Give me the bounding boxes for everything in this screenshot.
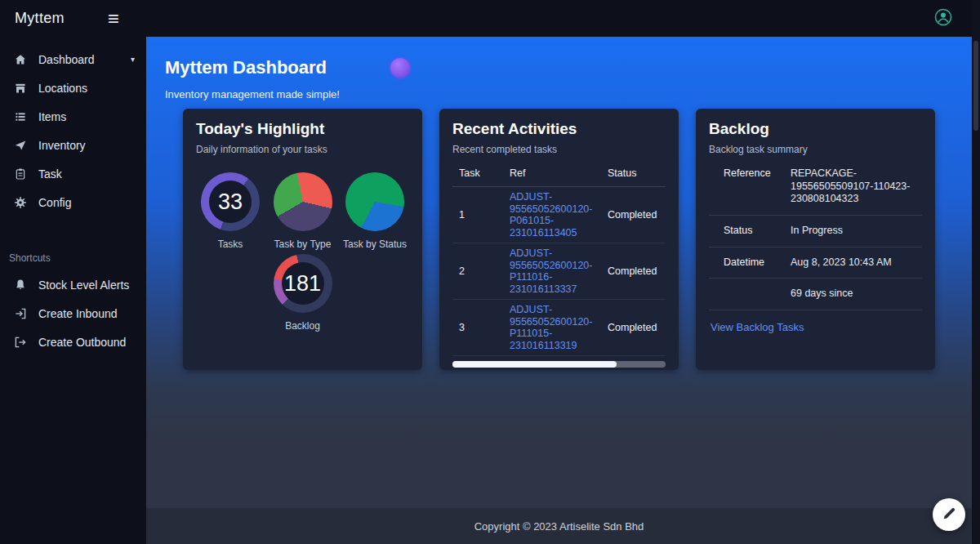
tasks-chart-box: 33 Tasks (196, 172, 265, 250)
backlog-row-label: Datetime (724, 256, 791, 270)
page-title: Myttem Dashboard (165, 57, 327, 78)
recent-activities-table: Task Ref Status 1 ADJUST-95565052600120-… (452, 163, 666, 356)
account-button[interactable] (934, 8, 952, 29)
sidebar-item-locations[interactable]: Locations (0, 74, 146, 102)
task-cell: 1 (452, 187, 503, 243)
view-backlog-tasks-link[interactable]: View Backlog Tasks (710, 321, 804, 333)
status-cell: Completed (601, 243, 666, 300)
ref-link[interactable]: ADJUST-95565052600120-P111016-2310161133… (510, 247, 593, 295)
charts-row-2: 181 Backlog (196, 254, 409, 332)
shortcuts-section-label: Shortcuts (0, 216, 146, 270)
sidebar-item-label: Create Inbound (38, 307, 118, 320)
sidebar-item-label: Stock Level Alerts (38, 279, 129, 292)
tasks-chart-label: Tasks (196, 239, 265, 250)
sidebar-item-create-inbound[interactable]: Create Inbound (0, 299, 146, 328)
card-title: Backlog (709, 120, 922, 138)
column-header-ref: Ref (503, 163, 601, 187)
edit-fab-button[interactable] (933, 498, 965, 531)
tasks-donut-chart: 33 (201, 172, 260, 231)
recent-activities-card: Recent Activities Recent completed tasks… (439, 109, 679, 370)
page-header: Myttem Dashboard Inventory management ma… (146, 37, 972, 100)
sidebar-item-task[interactable]: Task (0, 159, 146, 188)
user-account-icon (934, 8, 952, 29)
horizontal-scrollbar-thumb[interactable] (452, 361, 617, 368)
gear-icon (13, 196, 28, 209)
sidebar-item-create-outbound[interactable]: Create Outbound (0, 328, 146, 356)
backlog-row-label: Reference (724, 167, 791, 206)
backlog-row-label: Status (724, 225, 791, 238)
status-cell: Completed (601, 187, 666, 243)
backlog-row-value: 69 days since (791, 288, 922, 301)
card-title: Recent Activities (452, 120, 666, 138)
backlog-summary-list: Reference REPACKAGE-19556505509107-11042… (709, 158, 922, 310)
table-row: 3 ADJUST-95565052600120-P111015-23101611… (452, 300, 666, 356)
sidebar: Dashboard ▾ Locations Items Inventory Ta… (0, 37, 146, 544)
footer: Copyright © 2023 Artiselite Sdn Bhd (146, 508, 972, 544)
hamburger-menu-icon[interactable]: ≡ (100, 9, 127, 29)
sidebar-item-label: Items (38, 110, 66, 123)
main-content: Myttem Dashboard Inventory management ma… (146, 37, 972, 508)
backlog-row-label (724, 288, 791, 301)
sidebar-item-config[interactable]: Config (0, 188, 146, 216)
horizontal-scrollbar[interactable] (452, 361, 666, 368)
list-icon (13, 110, 28, 123)
home-icon (13, 53, 28, 66)
table-row: 2 ADJUST-95565052600120-P111016-23101611… (452, 243, 666, 300)
ref-link[interactable]: ADJUST-95565052600120-P061015-2310161134… (510, 191, 593, 239)
send-icon (13, 139, 28, 152)
pencil-icon (942, 506, 956, 524)
app-window: Myttem ≡ Dashboard ▾ Locations Items Inv… (0, 0, 980, 544)
backlog-count: 181 (274, 254, 332, 313)
topbar: Myttem ≡ (0, 0, 980, 37)
ref-link[interactable]: ADJUST-95565052600120-P111015-2310161133… (510, 304, 593, 351)
sidebar-item-inventory[interactable]: Inventory (0, 131, 146, 159)
backlog-donut-chart: 181 (274, 254, 332, 313)
sidebar-item-stock-level-alerts[interactable]: Stock Level Alerts (0, 270, 146, 299)
bell-icon (13, 279, 28, 292)
backlog-chart-label: Backlog (269, 320, 337, 332)
column-header-task: Task (452, 163, 503, 187)
backlog-chart-box: 181 Backlog (269, 254, 337, 332)
card-subtitle: Recent completed tasks (452, 144, 666, 155)
backlog-card: Backlog Backlog task summary Reference R… (696, 109, 935, 370)
vertical-scrollbar[interactable] (972, 0, 980, 544)
backlog-row-value: REPACKAGE-19556505509107-110423-23080810… (791, 167, 922, 206)
table-header-row: Task Ref Status (452, 163, 666, 187)
backlog-row: Datetime Aug 8, 2023 10:43 AM (709, 247, 922, 279)
todays-highlight-card: Today's Highlight Daily information of y… (183, 109, 422, 370)
backlog-row: 69 days since (709, 279, 922, 310)
chevron-down-icon: ▾ (131, 55, 135, 64)
task-cell: 2 (452, 243, 503, 300)
status-cell: Completed (601, 300, 666, 356)
clipboard-icon (13, 167, 28, 181)
backlog-row-value: Aug 8, 2023 10:43 AM (791, 256, 922, 270)
sidebar-item-label: Config (38, 196, 71, 209)
table-row: 1 ADJUST-95565052600120-P061015-23101611… (452, 187, 666, 243)
copyright-text: Copyright © 2023 Artiselite Sdn Bhd (474, 520, 644, 533)
header-badge-icon (390, 58, 410, 78)
tasks-count: 33 (201, 172, 260, 231)
charts-row: 33 Tasks Task by Type Task by Status (196, 172, 409, 250)
sign-out-icon (13, 336, 28, 349)
sidebar-item-label: Inventory (38, 139, 86, 152)
sidebar-item-items[interactable]: Items (0, 102, 146, 131)
brand-logo: Myttem (0, 10, 100, 27)
page-subtitle: Inventory management made simple! (165, 88, 972, 100)
backlog-row-value: In Progress (791, 225, 922, 238)
task-by-type-chart-box: Task by Type (269, 172, 337, 250)
task-cell: 3 (452, 300, 503, 356)
sign-in-icon (13, 307, 28, 320)
task-by-status-label: Task by Status (341, 239, 409, 250)
sidebar-item-label: Task (38, 167, 62, 181)
card-subtitle: Backlog task summary (709, 144, 922, 155)
card-title: Today's Highlight (196, 120, 409, 138)
vertical-scrollbar-thumb[interactable] (973, 41, 978, 131)
sidebar-item-label: Locations (38, 82, 87, 95)
card-subtitle: Daily information of your tasks (196, 144, 409, 155)
sidebar-item-label: Dashboard (38, 53, 95, 66)
sidebar-item-dashboard[interactable]: Dashboard ▾ (0, 45, 146, 74)
store-icon (13, 82, 28, 95)
column-header-status: Status (601, 163, 666, 187)
cards-row: Today's Highlight Daily information of y… (183, 109, 972, 370)
sidebar-item-label: Create Outbound (38, 336, 126, 349)
